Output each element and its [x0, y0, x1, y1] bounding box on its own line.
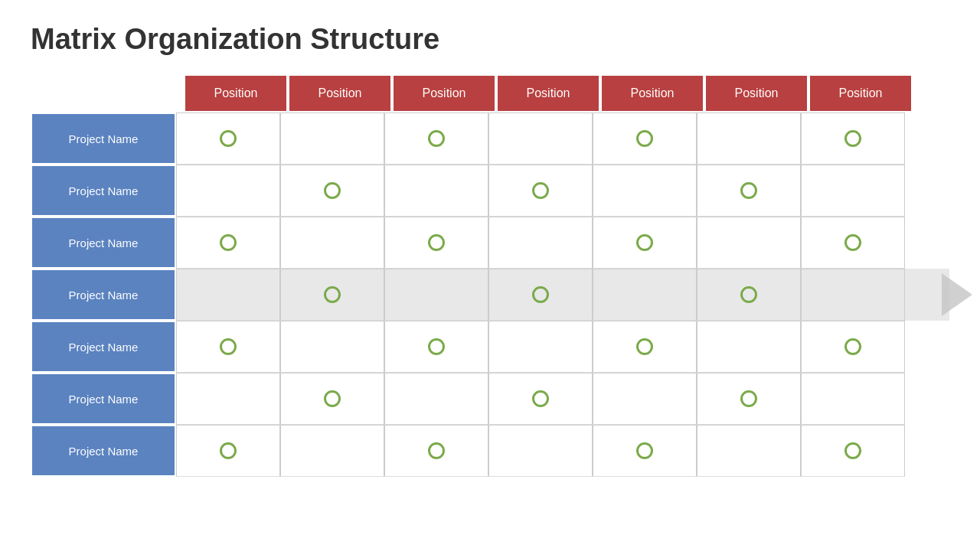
circle-2-6 [844, 234, 861, 251]
data-row-6: Project Name [31, 425, 949, 477]
circle-0-6 [844, 130, 861, 147]
data-row-1: Project Name [31, 165, 949, 217]
grid-row-0 [176, 112, 949, 165]
circle-1-1 [324, 182, 341, 199]
position-header-3: Position [496, 74, 600, 112]
circle-2-4 [636, 234, 653, 251]
grid-cell-1-0 [176, 165, 280, 217]
grid-row-6 [176, 425, 949, 477]
position-header-2: Position [392, 74, 496, 112]
grid-cell-3-0 [176, 269, 280, 321]
grid-cell-3-1 [280, 269, 384, 321]
grid-cell-1-1 [280, 165, 384, 217]
project-cell-5: Project Name [31, 373, 176, 425]
position-header-1: Position [288, 74, 392, 112]
circle-4-2 [428, 338, 445, 355]
grid-cell-0-2 [384, 112, 488, 165]
grid-cell-1-5 [697, 165, 801, 217]
grid-cell-5-4 [593, 373, 697, 425]
grid-row-3 [176, 269, 949, 321]
data-row-0: Project Name [31, 112, 949, 165]
grid-cell-3-6 [801, 269, 905, 321]
grid-cell-2-3 [488, 217, 593, 269]
circle-6-4 [636, 442, 653, 459]
grid-cell-5-6 [801, 373, 905, 425]
grid-cell-4-4 [593, 321, 697, 373]
grid-cell-6-3 [488, 425, 593, 477]
grid-cell-2-5 [697, 217, 801, 269]
grid-cell-0-4 [593, 112, 697, 165]
grid-cell-0-1 [280, 112, 384, 165]
grid-cell-4-3 [488, 321, 593, 373]
circle-1-5 [740, 182, 757, 199]
project-cell-2: Project Name [31, 217, 176, 269]
grid-cell-4-0 [176, 321, 280, 373]
grid-cell-1-2 [384, 165, 488, 217]
grid-cell-3-5 [697, 269, 801, 321]
project-cell-6: Project Name [31, 425, 176, 477]
header-row: PositionPositionPositionPositionPosition… [184, 74, 949, 112]
grid-cell-0-0 [176, 112, 280, 165]
grid-row-5 [176, 373, 949, 425]
circle-5-5 [740, 390, 757, 407]
position-header-5: Position [704, 74, 808, 112]
grid-cell-4-1 [280, 321, 384, 373]
position-header-6: Position [808, 74, 913, 112]
grid-cell-1-3 [488, 165, 593, 217]
grid-cell-6-0 [176, 425, 280, 477]
data-row-2: Project Name [31, 217, 949, 269]
circle-0-2 [428, 130, 445, 147]
grid-row-1 [176, 165, 949, 217]
project-cell-0: Project Name [31, 112, 176, 165]
data-row-3: Project Name [31, 269, 949, 321]
grid-cell-5-1 [280, 373, 384, 425]
grid-cell-2-1 [280, 217, 384, 269]
grid-cell-3-2 [384, 269, 488, 321]
grid-cell-4-6 [801, 321, 905, 373]
row-arrow-3 [942, 273, 972, 316]
circle-3-5 [740, 286, 757, 303]
circle-6-0 [220, 442, 237, 459]
circle-4-4 [636, 338, 653, 355]
grid-cell-6-2 [384, 425, 488, 477]
position-header-0: Position [184, 74, 288, 112]
grid-cell-2-2 [384, 217, 488, 269]
grid-cell-0-6 [801, 112, 905, 165]
project-cell-1: Project Name [31, 165, 176, 217]
circle-3-1 [324, 286, 341, 303]
grid-row-2 [176, 217, 949, 269]
position-header-4: Position [600, 74, 704, 112]
grid-cell-1-4 [593, 165, 697, 217]
circle-5-1 [324, 390, 341, 407]
matrix-container: PositionPositionPositionPositionPosition… [31, 74, 949, 477]
project-cell-3: Project Name [31, 269, 176, 321]
grid-cell-5-2 [384, 373, 488, 425]
circle-2-2 [428, 234, 445, 251]
circle-6-6 [844, 442, 861, 459]
grid-cell-5-0 [176, 373, 280, 425]
data-row-4: Project Name [31, 321, 949, 373]
circle-6-2 [428, 442, 445, 459]
circle-4-0 [220, 338, 237, 355]
grid-cell-1-6 [801, 165, 905, 217]
grid-cell-5-5 [697, 373, 801, 425]
grid-cell-3-4 [593, 269, 697, 321]
grid-cell-6-4 [593, 425, 697, 477]
grid-cell-6-1 [280, 425, 384, 477]
circle-5-3 [532, 390, 549, 407]
data-rows: Project NameProject NameProject NameProj… [31, 112, 949, 477]
circle-1-3 [532, 182, 549, 199]
grid-cell-6-6 [801, 425, 905, 477]
circle-2-0 [220, 234, 237, 251]
grid-cell-2-0 [176, 217, 280, 269]
grid-cell-2-4 [593, 217, 697, 269]
circle-0-4 [636, 130, 653, 147]
grid-cell-0-5 [697, 112, 801, 165]
grid-cell-6-5 [697, 425, 801, 477]
grid-cell-3-3 [488, 269, 593, 321]
project-cell-4: Project Name [31, 321, 176, 373]
grid-cell-4-2 [384, 321, 488, 373]
grid-row-4 [176, 321, 949, 373]
circle-0-0 [220, 130, 237, 147]
grid-cell-5-3 [488, 373, 593, 425]
